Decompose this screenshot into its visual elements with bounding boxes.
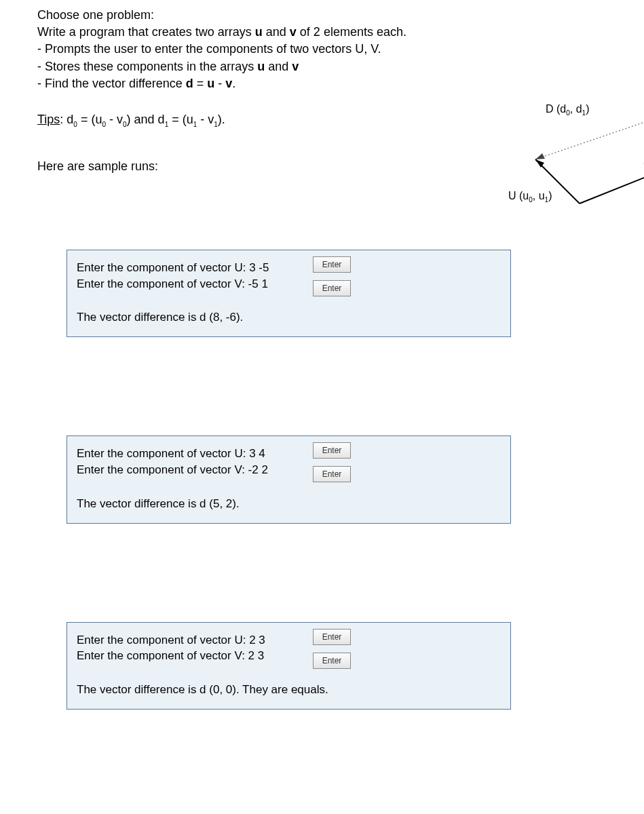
- sample-result: The vector difference is d (8, -6).: [77, 309, 501, 326]
- problem-statement: Choose one problem: Write a program that…: [37, 7, 644, 92]
- sample-line: Enter the component of vector U: 3 -5: [77, 260, 501, 276]
- diagram-d-label: D (d0, d1): [546, 102, 589, 118]
- sample-run: Enter Enter Enter the component of vecto…: [67, 250, 511, 337]
- vector-diagram: D (d0, d1) U (u0, u1) V (v0, v1: [508, 102, 644, 210]
- sample-line: Enter the component of vector U: 3 4: [77, 446, 501, 462]
- sample-run: Enter Enter Enter the component of vecto…: [67, 622, 511, 710]
- svg-line-3: [580, 170, 644, 204]
- sample-line: Enter the component of vector V: -2 2: [77, 462, 501, 478]
- enter-button: Enter: [313, 466, 351, 482]
- enter-button: Enter: [313, 256, 351, 273]
- enter-button: Enter: [313, 280, 351, 296]
- sample-line: Enter the component of vector V: -5 1: [77, 276, 501, 292]
- intro-line1: Choose one problem:: [37, 8, 154, 22]
- svg-line-0: [535, 115, 644, 159]
- svg-marker-4: [535, 153, 545, 159]
- enter-button: Enter: [313, 629, 351, 645]
- sample-result: The vector difference is d (0, 0). They …: [77, 682, 501, 698]
- diagram-u-label: U (u0, u1): [508, 189, 552, 205]
- sample-line: Enter the component of vector U: 2 3: [77, 632, 501, 648]
- enter-button: Enter: [313, 442, 351, 459]
- enter-button: Enter: [313, 653, 351, 669]
- sample-result: The vector difference is d (5, 2).: [77, 496, 501, 512]
- sample-line: Enter the component of vector V: 2 3: [77, 648, 501, 664]
- sample-run: Enter Enter Enter the component of vecto…: [67, 435, 511, 523]
